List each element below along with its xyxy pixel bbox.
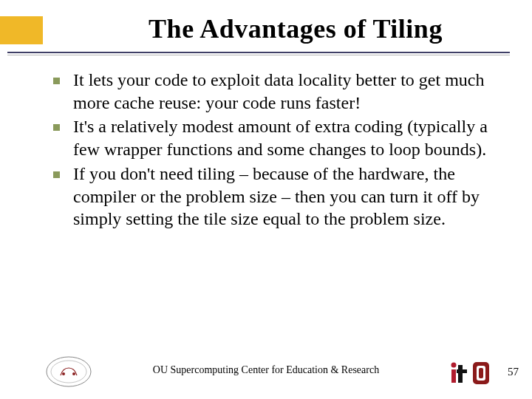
list-item: If you don't need tiling – because of th…: [53, 163, 495, 231]
bullet-square-icon: [53, 171, 60, 178]
title-area: The Advantages of Tiling: [0, 0, 532, 44]
page-number: 57: [508, 366, 519, 378]
svg-rect-7: [457, 369, 467, 373]
svg-rect-10: [479, 368, 483, 378]
divider-dark: [7, 52, 510, 53]
footer: OU Supercomputing Center for Education &…: [0, 352, 532, 389]
slide-title: The Advantages of Tiling: [89, 13, 502, 44]
content-area: It lets your code to exploit data locali…: [0, 55, 532, 231]
corner-accent: [0, 16, 43, 44]
bullet-list: It lets your code to exploit data locali…: [53, 69, 495, 231]
list-item: It's a relatively modest amount of extra…: [53, 115, 495, 160]
bullet-square-icon: [53, 124, 60, 131]
list-item: It lets your code to exploit data locali…: [53, 69, 495, 114]
bullet-square-icon: [53, 78, 60, 84]
svg-point-4: [451, 363, 457, 368]
svg-rect-6: [458, 365, 463, 383]
svg-rect-5: [451, 369, 456, 383]
ou-it-logo: [448, 358, 492, 387]
bullet-text: If you don't need tiling – because of th…: [73, 163, 495, 231]
bullet-text: It's a relatively modest amount of extra…: [73, 115, 495, 160]
bullet-text: It lets your code to exploit data locali…: [73, 69, 495, 114]
